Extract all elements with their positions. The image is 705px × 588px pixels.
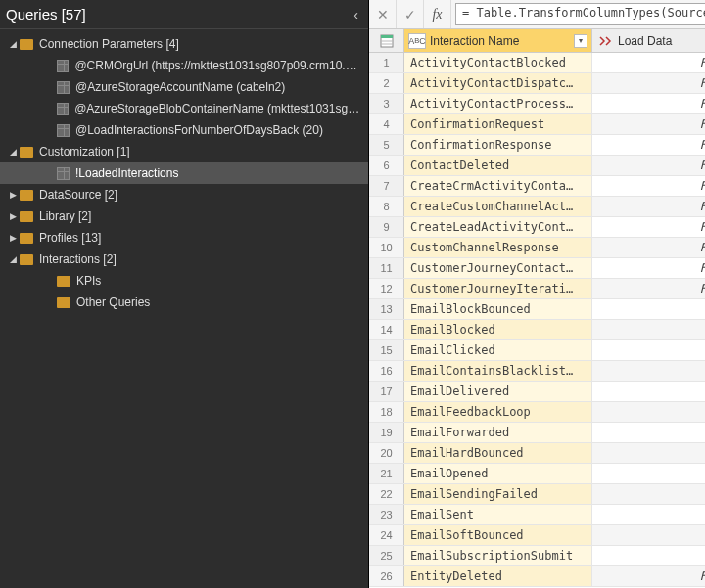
tree-item[interactable]: ▶@LoadInteractionsForNumberOfDaysBack (2… — [0, 119, 368, 141]
row-number[interactable]: 22 — [369, 484, 404, 504]
cell-interaction-name[interactable]: EmailClicked — [404, 340, 592, 360]
tree-folder[interactable]: ▶Library [2] — [0, 205, 368, 227]
row-number[interactable]: 15 — [369, 340, 404, 360]
cell-interaction-name[interactable]: EmailSendingFailed — [404, 484, 592, 504]
select-all-button[interactable] — [369, 29, 404, 52]
tree-folder[interactable]: ◢Interactions [2] — [0, 249, 368, 270]
table-row[interactable]: 12CustomerJourneyIterati…FALSE — [369, 279, 705, 299]
row-number[interactable]: 16 — [369, 361, 404, 381]
tree-folder[interactable]: ▶DataSource [2] — [0, 184, 368, 205]
cancel-formula-button[interactable]: ✕ — [369, 0, 397, 28]
table-row[interactable]: 11CustomerJourneyContact…FALSE — [369, 258, 705, 279]
cell-interaction-name[interactable]: EmailSubscriptionSubmit — [404, 546, 592, 565]
table-row[interactable]: 15EmailClickedTRUE — [369, 340, 705, 361]
tree-item[interactable]: ▶@AzureStorageAccountName (cabeln2) — [0, 76, 368, 98]
row-number[interactable]: 5 — [369, 135, 404, 155]
row-number[interactable]: 24 — [369, 525, 404, 545]
tree-folder[interactable]: ▶Profiles [13] — [0, 227, 368, 249]
cell-load-data[interactable]: TRUE — [592, 423, 705, 442]
table-row[interactable]: 1ActivityContactBlockedFALSE — [369, 53, 705, 73]
cell-interaction-name[interactable]: EmailForwarded — [404, 423, 592, 442]
cell-load-data[interactable]: FALSE — [592, 238, 705, 257]
cell-interaction-name[interactable]: ActivityContactDispatc… — [404, 73, 592, 93]
table-row[interactable]: 25EmailSubscriptionSubmitTRUE — [369, 546, 705, 566]
row-number[interactable]: 26 — [369, 566, 404, 586]
chevron-right-icon[interactable]: ▶ — [6, 190, 20, 200]
table-row[interactable]: 16EmailContainsBlacklist…TRUE — [369, 361, 705, 382]
tree-item[interactable]: ▶@AzureStorageBlobContainerName (mkttest… — [0, 98, 368, 119]
cell-interaction-name[interactable]: EmailHardBounced — [404, 443, 592, 463]
cell-interaction-name[interactable]: ActivityContactProcess… — [404, 94, 592, 113]
cell-interaction-name[interactable]: EmailSent — [404, 505, 592, 524]
cell-load-data[interactable]: FALSE — [592, 135, 705, 155]
row-number[interactable]: 6 — [369, 156, 404, 175]
cell-load-data[interactable]: FALSE — [592, 94, 705, 113]
cell-load-data[interactable]: FALSE — [592, 114, 705, 134]
table-row[interactable]: 22EmailSendingFailedTRUE — [369, 484, 705, 505]
cell-load-data[interactable]: FALSE — [592, 258, 705, 278]
cell-load-data[interactable]: TRUE — [592, 299, 705, 319]
row-number[interactable]: 11 — [369, 258, 404, 278]
tree-item[interactable]: ▶!LoadedInteractions — [0, 162, 368, 184]
cell-load-data[interactable]: TRUE — [592, 505, 705, 524]
tree-folder[interactable]: ◢Customization [1] — [0, 141, 368, 162]
table-row[interactable]: 5ConfirmationResponseFALSE — [369, 135, 705, 156]
table-row[interactable]: 7CreateCrmActivityConta…FALSE — [369, 176, 705, 197]
fx-icon[interactable]: fx — [424, 0, 451, 28]
table-row[interactable]: 19EmailForwardedTRUE — [369, 423, 705, 443]
row-number[interactable]: 8 — [369, 197, 404, 216]
row-number[interactable]: 19 — [369, 423, 404, 442]
row-number[interactable]: 17 — [369, 382, 404, 401]
cell-interaction-name[interactable]: CustomerJourneyContact… — [404, 258, 592, 278]
table-row[interactable]: 26EntityDeletedFALSE — [369, 566, 705, 587]
commit-formula-button[interactable]: ✓ — [397, 0, 424, 28]
cell-interaction-name[interactable]: EmailSoftBounced — [404, 525, 592, 545]
cell-load-data[interactable]: TRUE — [592, 361, 705, 381]
cell-interaction-name[interactable]: CustomerJourneyIterati… — [404, 279, 592, 298]
cell-load-data[interactable]: FALSE — [592, 566, 705, 586]
table-row[interactable]: 10CustomChannelResponseFALSE — [369, 238, 705, 258]
cell-interaction-name[interactable]: ActivityContactBlocked — [404, 53, 592, 72]
column-header-interaction-name[interactable]: ABC Interaction Name ▾ — [404, 29, 592, 52]
cell-load-data[interactable]: TRUE — [592, 320, 705, 339]
cell-interaction-name[interactable]: ConfirmationResponse — [404, 135, 592, 155]
tree-folder[interactable]: ◢Connection Parameters [4] — [0, 33, 368, 55]
collapse-sidebar-icon[interactable]: ‹ — [353, 7, 358, 23]
cell-interaction-name[interactable]: ContactDeleted — [404, 156, 592, 175]
cell-load-data[interactable]: FALSE — [592, 53, 705, 72]
cell-load-data[interactable]: TRUE — [592, 382, 705, 401]
row-number[interactable]: 18 — [369, 402, 404, 422]
row-number[interactable]: 12 — [369, 279, 404, 298]
row-number[interactable]: 1 — [369, 53, 404, 72]
row-number[interactable]: 9 — [369, 217, 404, 237]
table-row[interactable]: 3ActivityContactProcess…FALSE — [369, 94, 705, 114]
row-number[interactable]: 7 — [369, 176, 404, 196]
table-row[interactable]: 21EmailOpenedTRUE — [369, 464, 705, 484]
cell-load-data[interactable]: FALSE — [592, 279, 705, 298]
cell-load-data[interactable]: FALSE — [592, 156, 705, 175]
table-row[interactable]: 13EmailBlockBouncedTRUE — [369, 299, 705, 320]
cell-load-data[interactable]: FALSE — [592, 217, 705, 237]
cell-interaction-name[interactable]: EmailBlockBounced — [404, 299, 592, 319]
table-row[interactable]: 14EmailBlockedTRUE — [369, 320, 705, 340]
cell-load-data[interactable]: FALSE — [592, 197, 705, 216]
row-number[interactable]: 25 — [369, 546, 404, 565]
cell-load-data[interactable]: FALSE — [592, 73, 705, 93]
chevron-down-icon[interactable]: ◢ — [6, 39, 20, 49]
tree-item[interactable]: ▶@CRMOrgUrl (https://mkttest1031sg807p09… — [0, 55, 368, 76]
row-number[interactable]: 2 — [369, 73, 404, 93]
table-row[interactable]: 6ContactDeletedFALSE — [369, 156, 705, 176]
row-number[interactable]: 10 — [369, 238, 404, 257]
chevron-down-icon[interactable]: ◢ — [6, 254, 20, 264]
row-number[interactable]: 20 — [369, 443, 404, 463]
tree-item[interactable]: ▶Other Queries — [0, 292, 368, 313]
cell-interaction-name[interactable]: EmailContainsBlacklist… — [404, 361, 592, 381]
cell-interaction-name[interactable]: EmailDelivered — [404, 382, 592, 401]
cell-interaction-name[interactable]: ConfirmationRequest — [404, 114, 592, 134]
table-row[interactable]: 9CreateLeadActivityCont…FALSE — [369, 217, 705, 238]
row-number[interactable]: 13 — [369, 299, 404, 319]
table-row[interactable]: 18EmailFeedbackLoopTRUE — [369, 402, 705, 423]
table-row[interactable]: 2ActivityContactDispatc…FALSE — [369, 73, 705, 94]
cell-interaction-name[interactable]: EmailOpened — [404, 464, 592, 483]
table-row[interactable]: 8CreateCustomChannelAct…FALSE — [369, 197, 705, 217]
